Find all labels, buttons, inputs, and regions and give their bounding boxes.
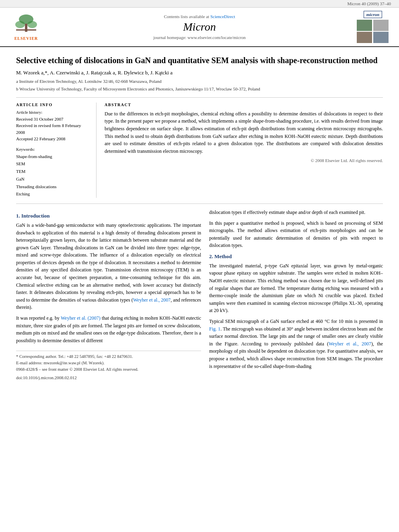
authors-text: M. Wzorek a,*, A. Czerwinski a, J. Rataj… (16, 70, 173, 76)
journal-title: Micron (44, 21, 355, 33)
main-content: Selective etching of dislocations in GaN… (0, 47, 399, 389)
footnote-corresponding: * Corresponding author. Tel.: +48 22 548… (16, 353, 201, 360)
keywords-list: Shape-from-shading SEM TEM GaN Threading… (16, 153, 90, 198)
article-info-col: ARTICLE INFO Article history: Received 3… (16, 103, 97, 198)
micron-img-2 (373, 20, 389, 31)
section1-heading: 1. Introduction (16, 213, 201, 219)
sciencedirect-line: Contents lists available at ScienceDirec… (44, 14, 355, 19)
footnote-email: E-mail address: mwzorek@ite.waw.pl (M. W… (16, 360, 201, 366)
section2-para1: The investigated material, p-type GaN ep… (209, 262, 383, 314)
keyword-2: SEM (16, 160, 90, 168)
copyright-line: © 2008 Elsevier Ltd. All rights reserved… (105, 158, 383, 163)
svg-point-2 (15, 21, 25, 28)
doi-line: doi:10.1016/j.micron.2008.02.012 (16, 374, 201, 381)
keyword-5: Threading dislocations (16, 183, 90, 191)
ref-weyher-inline[interactable]: Weyher et al. (2007) (61, 315, 101, 321)
affiliation-b: b Wroclaw University of Technology, Facu… (16, 86, 383, 92)
article-title: Selective etching of dislocations in GaN… (16, 55, 383, 66)
footnotes-area: * Corresponding author. Tel.: +48 22 548… (16, 351, 201, 381)
journal-homepage: journal homepage: www.elsevier.com/locat… (44, 35, 355, 40)
ref-weyher-2007-2[interactable]: Weyher et al., 2007 (329, 341, 371, 347)
keyword-1: Shape-from-shading (16, 153, 90, 160)
journal-header: ELSEVIER Contents lists available at Sci… (0, 8, 399, 47)
elsevier-label: ELSEVIER (14, 36, 38, 41)
divider-1 (16, 97, 383, 98)
history-label: Article history: (16, 110, 90, 115)
abstract-col: ABSTRACT Due to the differences in etch-… (105, 103, 383, 198)
ref-fig1[interactable]: Fig. 1 (209, 326, 220, 332)
keyword-6: Etching (16, 190, 90, 198)
sciencedirect-link[interactable]: ScienceDirect (210, 14, 235, 19)
elsevier-logo: ELSEVIER (8, 13, 44, 41)
article-info-label: ARTICLE INFO (16, 103, 90, 107)
elsevier-tree-icon (12, 13, 40, 35)
micron-img-1 (357, 20, 372, 31)
micron-img-3 (357, 32, 372, 43)
keywords-label: Keywords: (16, 147, 90, 152)
affiliation-a: a Institute of Electron Technology, Al. … (16, 78, 383, 84)
homepage-text: journal homepage: www.elsevier.com/locat… (153, 35, 246, 40)
authors-line: M. Wzorek a,*, A. Czerwinski a, J. Rataj… (16, 70, 383, 76)
accepted-date: Accepted 22 February 2008 (16, 136, 90, 142)
page-wrapper: Micron 40 (2009) 37–40 ELSEVIER Contents… (0, 0, 399, 532)
keyword-4: GaN (16, 175, 90, 183)
article-meta-section: ARTICLE INFO Article history: Received 3… (16, 103, 383, 198)
abstract-text: Due to the differences in etch-pit morph… (105, 110, 383, 155)
section2-para2: Typical SEM micrograph of a GaN surface … (209, 318, 383, 370)
journal-center: Contents lists available at ScienceDirec… (44, 14, 355, 40)
keyword-3: TEM (16, 168, 90, 175)
citation-bar: Micron 40 (2009) 37–40 (0, 0, 399, 8)
section1-para2: It was reported e.g. by Weyher et al. (2… (16, 314, 201, 344)
body-right-col: dislocation types if effectively estimat… (209, 209, 383, 381)
section1-right-para2: In this paper a quantitative method is p… (209, 220, 383, 249)
micron-logo-box: micron (355, 11, 391, 43)
section1-right-para1: dislocation types if effectively estimat… (209, 209, 383, 216)
received-date: Received 31 October 2007 (16, 116, 90, 123)
micron-img-4 (373, 32, 389, 43)
section2-heading: 2. Method (209, 253, 383, 260)
sciencedirect-prefix: Contents lists available at (164, 14, 209, 19)
ref-weyher-2007[interactable]: Weyher et al., 2007 (133, 297, 171, 303)
section1-para1: GaN is a wide-band-gap semiconductor wit… (16, 222, 201, 311)
micron-images-grid (357, 20, 389, 43)
svg-rect-5 (16, 29, 36, 31)
body-left-col: 1. Introduction GaN is a wide-band-gap s… (16, 209, 201, 381)
micron-logo-text: micron (364, 11, 382, 18)
svg-point-3 (27, 21, 37, 28)
abstract-label: ABSTRACT (105, 103, 383, 107)
body-content: 1. Introduction GaN is a wide-band-gap s… (16, 209, 383, 381)
revised-date: Received in revised form 8 February 2008 (16, 122, 90, 136)
divider-2 (16, 203, 383, 204)
citation-text: Micron 40 (2009) 37–40 (348, 1, 391, 6)
footnote-issn: 0968-4328/$ – see front matter © 2008 El… (16, 366, 201, 373)
